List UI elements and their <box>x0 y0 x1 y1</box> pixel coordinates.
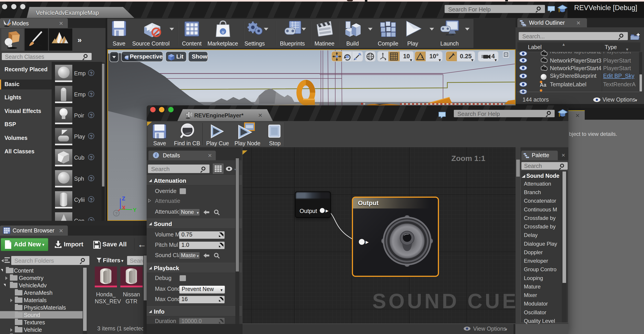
svg-text:Z: Z <box>122 195 125 201</box>
svg-text:u: u <box>222 29 224 34</box>
svg-text:?: ? <box>115 211 118 216</box>
svg-text:Y: Y <box>133 207 136 213</box>
svg-text:X: X <box>122 205 126 211</box>
